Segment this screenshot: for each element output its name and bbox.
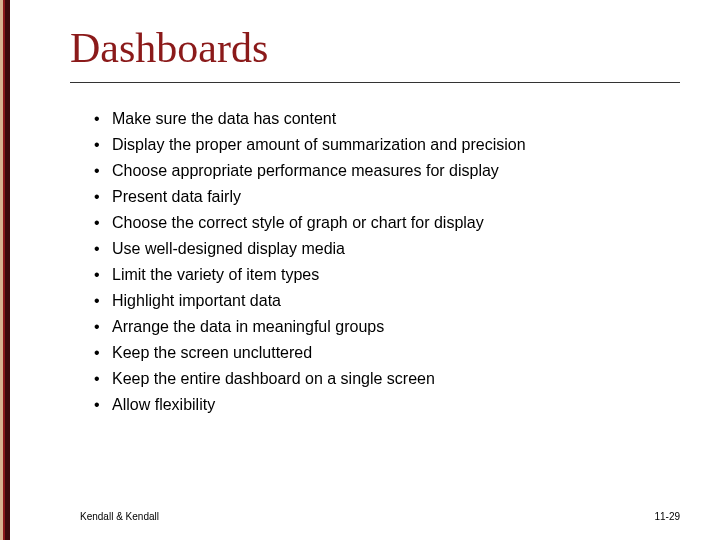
list-item: Limit the variety of item types <box>94 263 680 287</box>
list-item: Keep the screen uncluttered <box>94 341 680 365</box>
list-item: Arrange the data in meaningful groups <box>94 315 680 339</box>
list-item: Allow flexibility <box>94 393 680 417</box>
list-item: Display the proper amount of summarizati… <box>94 133 680 157</box>
list-item: Highlight important data <box>94 289 680 313</box>
footer-page-number: 11-29 <box>654 511 680 522</box>
list-item: Make sure the data has content <box>94 107 680 131</box>
slide-accent-bar <box>0 0 10 540</box>
slide-body: Dashboards Make sure the data has conten… <box>10 0 720 540</box>
bullet-list: Make sure the data has content Display t… <box>70 107 680 417</box>
list-item: Keep the entire dashboard on a single sc… <box>94 367 680 391</box>
slide-title: Dashboards <box>70 24 680 72</box>
title-underline <box>70 82 680 83</box>
list-item: Present data fairly <box>94 185 680 209</box>
list-item: Use well-designed display media <box>94 237 680 261</box>
list-item: Choose the correct style of graph or cha… <box>94 211 680 235</box>
list-item: Choose appropriate performance measures … <box>94 159 680 183</box>
footer-author: Kendall & Kendall <box>80 511 159 522</box>
